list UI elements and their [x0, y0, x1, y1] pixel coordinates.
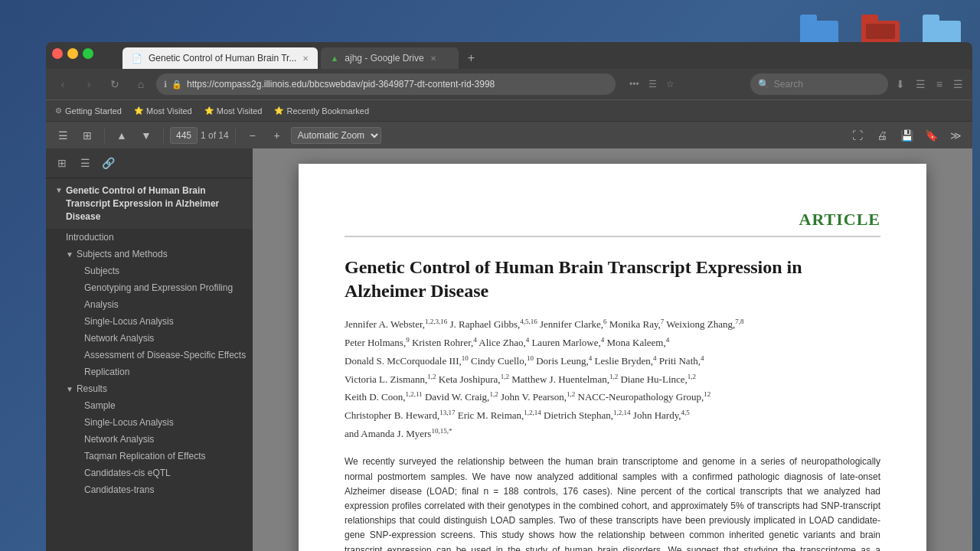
toc-taqman[interactable]: Taqman Replication of Effects [78, 448, 253, 465]
toc-single-locus-2[interactable]: Single-Locus Analysis [78, 414, 253, 431]
reader-mode-button[interactable]: ≡ [933, 75, 946, 93]
pdf-sidebar: ⊞ ☰ 🔗 ▼ Genetic Control of Human Brain T… [46, 148, 253, 551]
pdf-scroll-up[interactable]: ▲ [111, 125, 132, 146]
pdf-content[interactable]: ARTICLE Genetic Control of Human Brain T… [253, 148, 972, 551]
pdf-scroll-down[interactable]: ▼ [136, 125, 157, 146]
pdf-fullscreen-btn[interactable]: ⛶ [847, 125, 868, 146]
tab-pdf-label: Genetic Control of Human Brain Tr... [149, 53, 296, 64]
toc-introduction[interactable]: Introduction [60, 229, 253, 246]
pdf-page: ARTICLE Genetic Control of Human Brain T… [299, 164, 926, 551]
toc-single-locus[interactable]: Single-Locus Analysis [78, 313, 253, 330]
browser-menu-button[interactable]: ☰ [950, 75, 966, 93]
bookmark-most-visited-1[interactable]: ⭐ Most Visited [134, 106, 192, 116]
bookmark-label-2: Most Visited [146, 106, 192, 116]
bookmark-label-3: Most Visited [217, 106, 263, 116]
bookmark-icon-3: ⭐ [204, 106, 214, 115]
toc-network-analysis-1[interactable]: Network Analysis [78, 330, 253, 347]
pdf-zoom-out[interactable]: − [242, 125, 263, 146]
toc-sample[interactable]: Sample [78, 397, 253, 414]
window-controls [52, 46, 93, 61]
bookmark-label-1: Getting Started [65, 106, 122, 116]
pdf-print-btn[interactable]: 🖨 [871, 125, 893, 146]
forward-button[interactable]: › [78, 73, 100, 95]
bookmark-getting-started[interactable]: ⚙ Getting Started [55, 106, 122, 116]
pdf-toolbar: ☰ ⊞ ▲ ▼ 1 of 14 − + Automatic Zoom ⛶ 🖨 💾… [46, 121, 972, 148]
url-text: https://compass2g.illinois.edu/bbcswebda… [187, 79, 608, 90]
paper-authors: Jennifer A. Webster,1,2,3,16 J. Raphael … [345, 315, 880, 442]
toc-results-group: Sample Single-Locus Analysis Network Ana… [60, 397, 253, 498]
pdf-thumbnails-btn[interactable]: ⊞ [77, 125, 98, 146]
toc-candidates-trans[interactable]: Candidates-trans [78, 481, 253, 498]
bookmark-label-4: Recently Bookmarked [286, 106, 369, 116]
pdf-bookmark-btn[interactable]: 🔖 [920, 125, 942, 146]
toc-analysis[interactable]: Analysis [78, 296, 253, 313]
search-box[interactable]: 🔍 Search [750, 73, 888, 95]
minimize-window-button[interactable] [67, 48, 78, 59]
toc-level2-group: Subjects Genotyping and Expression Profi… [60, 262, 253, 380]
sidebar-link-btn[interactable]: 🔗 [98, 153, 118, 173]
toc-cis-eqtl[interactable]: Candidates-cis eQTL [78, 465, 253, 481]
sidebar-list-btn[interactable]: ☰ [75, 153, 95, 173]
tab-pdf[interactable]: 📄 Genetic Control of Human Brain Tr... ✕ [122, 47, 318, 69]
article-label: ARTICLE [345, 210, 880, 237]
bookmarks-bar: ⚙ Getting Started ⭐ Most Visited ⭐ Most … [46, 99, 972, 121]
toc-results[interactable]: ▼ Results [60, 380, 253, 397]
sidebar-toolbar: ⊞ ☰ 🔗 [46, 148, 253, 178]
pdf-more-btn[interactable]: ≫ [945, 125, 966, 146]
url-bar-area: ‹ › ↻ ⌂ ℹ 🔒 https://compass2g.illinois.e… [46, 69, 972, 99]
close-window-button[interactable] [52, 48, 63, 59]
search-placeholder: Search [774, 79, 803, 90]
tab-drive-label: ajhg - Google Drive [345, 53, 423, 64]
tab-drive[interactable]: ▲ ajhg - Google Drive ✕ [321, 47, 459, 69]
pdf-page-input[interactable] [170, 127, 198, 144]
tab-bar: 📄 Genetic Control of Human Brain Tr... ✕… [46, 42, 972, 69]
toc-results-label: Results [77, 383, 107, 394]
url-bar[interactable]: ℹ 🔒 https://compass2g.illinois.edu/bbcsw… [156, 73, 616, 95]
pdf-save-btn[interactable]: 💾 [896, 125, 917, 146]
tab-pdf-close[interactable]: ✕ [302, 54, 309, 63]
pdf-sidebar-toggle[interactable]: ☰ [52, 125, 74, 146]
toc-network-analysis-2[interactable]: Network Analysis [78, 431, 253, 448]
pdf-main: ⊞ ☰ 🔗 ▼ Genetic Control of Human Brain T… [46, 148, 972, 551]
tab-drive-close[interactable]: ✕ [430, 54, 436, 63]
pdf-page-total: 1 of 14 [201, 130, 229, 141]
maximize-window-button[interactable] [83, 48, 93, 59]
back-button[interactable]: ‹ [52, 73, 74, 95]
toc-replication-1[interactable]: Replication [78, 364, 253, 380]
bookmark-icon-1: ⚙ [55, 106, 62, 115]
bookmark-most-visited-2[interactable]: ⭐ Most Visited [204, 106, 263, 116]
sidebar-toggle-button[interactable]: ☰ [913, 75, 929, 93]
bookmark-icon-4: ⭐ [274, 106, 283, 115]
star-button[interactable]: ☆ [663, 77, 678, 91]
more-button[interactable]: ••• [626, 77, 642, 91]
toc-genotyping[interactable]: Genotyping and Expression Profiling [78, 279, 253, 296]
toc-main-title: Genetic Control of Human Brain Transcrip… [66, 184, 243, 223]
toc-main-entry[interactable]: ▼ Genetic Control of Human Brain Transcr… [46, 178, 253, 229]
bookmarks-list-button[interactable]: ☰ [645, 77, 660, 91]
tab-drive-favicon: ▲ [330, 54, 338, 63]
paper-title: Genetic Control of Human Brain Transcrip… [345, 256, 880, 303]
toc-children: Introduction ▼ Subjects and Methods Subj… [46, 229, 253, 498]
toc-assessment[interactable]: Assessment of Disease-Specific Effects [78, 347, 253, 364]
url-action-icons: ••• ☰ ☆ [626, 77, 678, 91]
pdf-zoom-select[interactable]: Automatic Zoom [291, 127, 381, 144]
downloads-button[interactable]: ⬇ [893, 75, 908, 93]
toc-subjects-methods[interactable]: ▼ Subjects and Methods [60, 246, 253, 262]
new-tab-button[interactable]: + [462, 49, 480, 67]
bookmark-recently-bookmarked[interactable]: ⭐ Recently Bookmarked [274, 106, 369, 116]
toc-main-arrow: ▼ [55, 186, 63, 194]
home-button[interactable]: ⌂ [130, 73, 152, 95]
reload-button[interactable]: ↻ [104, 73, 126, 95]
pdf-zoom-in[interactable]: + [266, 125, 288, 146]
paper-abstract: We recently surveyed the relationship be… [345, 455, 880, 551]
tab-pdf-favicon: 📄 [132, 54, 142, 64]
bookmark-icon-2: ⭐ [134, 106, 143, 115]
toc-subjects[interactable]: Subjects [78, 262, 253, 279]
desktop: 📄 Genetic Control of Human Brain Tr... ✕… [0, 0, 980, 551]
toc-subjects-methods-label: Subjects and Methods [77, 249, 168, 259]
sidebar-grid-btn[interactable]: ⊞ [52, 153, 72, 173]
